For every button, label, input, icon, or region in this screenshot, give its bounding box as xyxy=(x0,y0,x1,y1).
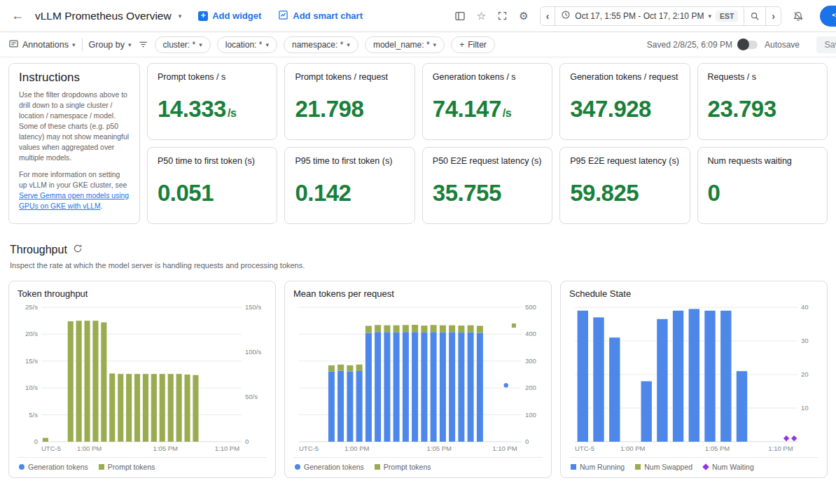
svg-text:1:00 PM: 1:00 PM xyxy=(77,444,102,452)
svg-text:0: 0 xyxy=(34,438,38,445)
time-search-button[interactable] xyxy=(744,7,765,25)
svg-text:10/s: 10/s xyxy=(25,384,38,391)
svg-text:200: 200 xyxy=(525,384,536,391)
save-button[interactable]: Save xyxy=(816,36,836,53)
svg-text:50/s: 50/s xyxy=(245,393,258,400)
section-title-text: Throughput xyxy=(10,244,67,256)
toolbar-divider xyxy=(82,38,83,51)
legend-marker-diamond xyxy=(702,463,709,470)
legend-item[interactable]: Num Swapped xyxy=(635,463,692,471)
scorecard-value: 21.798 xyxy=(295,96,404,122)
star-icon[interactable]: ☆ xyxy=(477,10,486,22)
svg-text:0: 0 xyxy=(245,438,249,445)
instructions-title: Instructions xyxy=(19,71,130,85)
schedule-state-chart[interactable]: 40302010UTC-51:00 PM1:05 PM1:10 PM xyxy=(569,302,818,454)
filter-chip-location[interactable]: location: *▾ xyxy=(217,36,277,53)
annotations-icon xyxy=(8,38,19,51)
chart-card-mean-tokens-per-request: Mean tokens per request 5004003002001000… xyxy=(284,281,552,478)
legend-item[interactable]: Num Waiting xyxy=(703,463,754,471)
filter-chip-cluster[interactable]: cluster: *▾ xyxy=(155,36,211,53)
svg-text:400: 400 xyxy=(525,330,536,337)
legend-item[interactable]: Prompt tokens xyxy=(375,463,431,471)
notifications-off-icon[interactable] xyxy=(793,10,804,22)
top-toolbar: ← vLLM Prometheus Overview ▾ + Add widge… xyxy=(0,0,836,32)
legend-item[interactable]: Generation tokens xyxy=(295,463,364,471)
panel-icon[interactable] xyxy=(454,10,466,22)
group-by-button[interactable]: Group by ▾ xyxy=(89,40,132,50)
svg-text:0: 0 xyxy=(525,438,529,445)
scorecard-value: 0 xyxy=(708,180,817,206)
time-range-control: ‹ Oct 17, 1:55 PM - Oct 17, 2:10 PM ▾ ES… xyxy=(540,6,781,26)
scorecard-value: 347.928 xyxy=(570,96,679,122)
fullscreen-icon[interactable] xyxy=(497,10,508,21)
dashboard-title: vLLM Prometheus Overview xyxy=(35,10,172,22)
svg-text:20/s: 20/s xyxy=(25,330,38,337)
scorecard-value: 23.793 xyxy=(708,96,817,122)
autosave-toggle[interactable] xyxy=(739,41,758,49)
time-back-button[interactable]: ‹ xyxy=(541,7,555,25)
refresh-icon[interactable] xyxy=(73,244,83,256)
scorecard-value: 35.755 xyxy=(433,180,542,206)
chart-legend: Generation tokensPrompt tokens xyxy=(18,457,267,473)
filter-list-icon[interactable] xyxy=(138,39,148,50)
add-widget-button[interactable]: + Add widget xyxy=(198,10,261,21)
toolbar-left: ← vLLM Prometheus Overview ▾ + Add widge… xyxy=(8,8,363,23)
svg-text:UTC-5: UTC-5 xyxy=(41,444,61,452)
instructions-card: Instructions Use the filter dropdowns ab… xyxy=(8,63,140,224)
instructions-paragraph-1: Use the filter dropdowns above to drill … xyxy=(19,90,130,164)
svg-text:1:05 PM: 1:05 PM xyxy=(153,444,178,452)
scorecard-num-requests-waiting: Num requests waiting 0 xyxy=(697,147,828,224)
scorecard-p95-e2e-latency: P95 E2E request latency (s) 59.825 xyxy=(559,147,690,224)
svg-text:15/s: 15/s xyxy=(25,357,38,365)
legend-marker-square xyxy=(99,464,104,470)
group-by-label: Group by xyxy=(89,40,125,50)
chart-title: Schedule State xyxy=(569,288,818,299)
svg-text:1:10 PM: 1:10 PM xyxy=(215,444,239,452)
add-smart-chart-button[interactable]: Add smart chart xyxy=(278,10,363,22)
svg-text:100: 100 xyxy=(525,411,536,419)
smart-chart-icon xyxy=(278,10,288,22)
mean-tokens-chart[interactable]: 5004003002001000UTC-51:00 PM1:05 PM1:10 … xyxy=(293,302,543,454)
filter-chip-model-name[interactable]: model_name: *▾ xyxy=(365,36,445,53)
time-range-caret: ▾ xyxy=(708,13,711,20)
gke-vllm-link[interactable]: Serve Gemma open models using GPUs on GK… xyxy=(19,192,129,210)
back-arrow-icon[interactable]: ← xyxy=(8,8,27,23)
title-dropdown-caret[interactable]: ▾ xyxy=(179,13,182,20)
scorecard-value: 0.051 xyxy=(158,180,267,206)
add-filter-button[interactable]: + Filter xyxy=(451,36,495,53)
time-range-display[interactable]: Oct 17, 1:55 PM - Oct 17, 2:10 PM ▾ EST xyxy=(555,7,744,25)
legend-marker-square xyxy=(571,464,576,470)
chart-card-token-throughput: Token throughput 25/s20/s15/s10/s5/s0150… xyxy=(8,281,276,478)
svg-text:300: 300 xyxy=(525,357,536,365)
svg-text:25/s: 25/s xyxy=(25,303,38,311)
svg-text:500: 500 xyxy=(525,303,536,311)
instructions-paragraph-2: For more information on setting up vLLM … xyxy=(19,169,130,211)
legend-item[interactable]: Num Running xyxy=(571,463,625,471)
filter-chip-namespace[interactable]: namespace: *▾ xyxy=(284,36,358,53)
time-forward-button[interactable]: › xyxy=(765,7,781,25)
scorecard-value: 74.147/s xyxy=(433,96,542,122)
legend-item[interactable]: Prompt tokens xyxy=(99,463,155,471)
chart-card-schedule-state: Schedule State 40302010UTC-51:00 PM1:05 … xyxy=(560,281,828,478)
svg-text:1:10 PM: 1:10 PM xyxy=(768,444,793,452)
annotations-button[interactable]: Annotations ▾ xyxy=(8,38,76,51)
charts-row: Token throughput 25/s20/s15/s10/s5/s0150… xyxy=(8,281,828,478)
legend-item[interactable]: Generation tokens xyxy=(19,463,88,471)
autosave-label: Autosave xyxy=(765,40,800,50)
timezone-badge[interactable]: EST xyxy=(716,10,738,22)
saved-timestamp: Saved 2/8/25, 6:09 PM xyxy=(647,40,732,50)
scorecard-generation-tokens-per-s: Generation tokens / s 74.147/s xyxy=(422,63,552,140)
gear-icon[interactable]: ⚙ xyxy=(519,10,528,22)
legend-marker-circle xyxy=(295,464,300,470)
svg-text:UTC-5: UTC-5 xyxy=(575,444,594,452)
svg-text:20: 20 xyxy=(801,370,809,378)
add-widget-icon: + xyxy=(198,11,208,21)
scorecards-grid: Instructions Use the filter dropdowns ab… xyxy=(8,63,828,224)
share-icon xyxy=(831,10,836,22)
token-throughput-chart[interactable]: 25/s20/s15/s10/s5/s0150/s100/s50/s0UTC-5… xyxy=(18,302,267,454)
svg-text:UTC-5: UTC-5 xyxy=(299,444,319,452)
share-button[interactable]: Share xyxy=(820,6,836,27)
svg-text:10: 10 xyxy=(801,404,809,412)
scorecard-value: 14.333/s xyxy=(158,96,267,122)
save-status-area: Saved 2/8/25, 6:09 PM Autosave xyxy=(647,40,800,50)
